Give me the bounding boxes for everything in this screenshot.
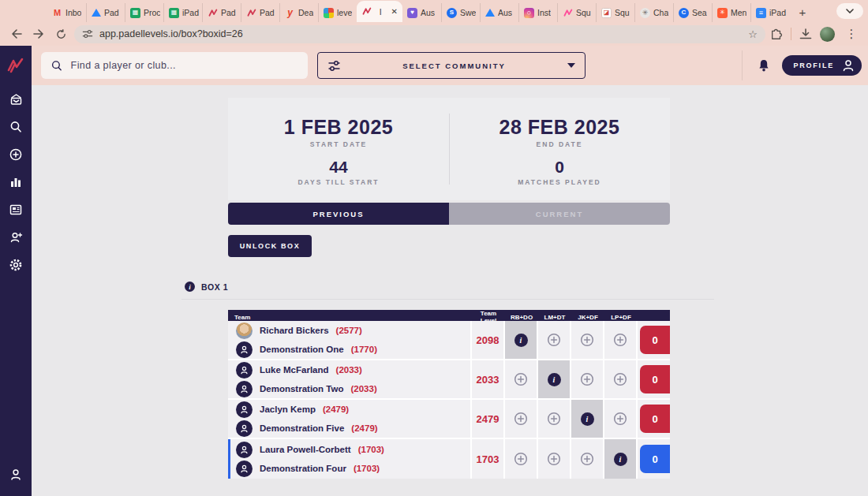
matrix-cell-add-match[interactable] [604, 360, 638, 398]
browser-tab[interactable]: Pad [86, 3, 125, 22]
browser-tab[interactable]: Pad [241, 3, 279, 22]
sidebar-item-invite[interactable] [0, 223, 32, 251]
sidebar-item-search[interactable] [0, 113, 32, 140]
main-content: 1 FEB 2025 START DATE 44 DAYS TILL START… [32, 85, 868, 496]
select-community-dropdown[interactable]: SELECT COMMUNITY [317, 52, 586, 79]
table-row: Luke McFarland(2033)Demonstration Two(20… [228, 360, 670, 400]
bell-icon[interactable] [757, 58, 771, 73]
col-header-lpdf: LP+DF [604, 314, 638, 321]
docs-icon: ≡ [756, 8, 766, 18]
sidebar-item-home[interactable] [0, 85, 32, 113]
close-icon[interactable]: ✕ [390, 7, 399, 16]
player-name[interactable]: Demonstration Two [260, 384, 343, 393]
matrix-cell-add-match[interactable] [571, 439, 604, 479]
matrix-cell-add-match[interactable] [538, 321, 571, 359]
matrix-cell-add-match[interactable] [604, 321, 638, 359]
score-button[interactable]: 0 [640, 326, 670, 354]
profile-button[interactable]: PROFILE [782, 55, 862, 76]
score-button[interactable]: 0 [640, 365, 670, 393]
start-date-block: 1 FEB 2025 START DATE 44 DAYS TILL START [228, 98, 449, 200]
score-button[interactable]: 0 [640, 405, 670, 433]
team-level-value: 1703 [472, 439, 505, 479]
player-name[interactable]: Laura Powell-Corbett [260, 445, 351, 454]
tab-search-chevron[interactable] [836, 3, 863, 19]
player-name[interactable]: Demonstration Five [260, 423, 344, 433]
matrix-cell-add-match[interactable] [571, 360, 604, 398]
tab-previous[interactable]: PREVIOUS [228, 203, 449, 225]
browser-tab[interactable]: yDea [279, 3, 318, 22]
matrix-cell-self[interactable]: i [571, 400, 604, 438]
browser-tab[interactable]: ▦Proc [125, 3, 163, 22]
sidebar-item-stats[interactable] [0, 168, 32, 196]
unlock-box-button[interactable]: UNLOCK BOX [228, 235, 312, 257]
sidebar-item-profile[interactable] [0, 461, 32, 488]
info-icon[interactable]: i [514, 334, 528, 347]
browser-tab[interactable]: ▦iPad [163, 3, 202, 22]
player-name[interactable]: Luke McFarland [260, 365, 329, 375]
browser-tab[interactable]: SSwe [441, 3, 480, 22]
sidebar-item-matches[interactable] [0, 196, 32, 223]
padellevels-icon [208, 8, 218, 18]
matrix-cell-self[interactable]: i [505, 321, 538, 359]
matrix-cell-add-match[interactable] [604, 400, 638, 438]
info-icon[interactable]: i [185, 282, 195, 292]
player-name[interactable]: Richard Bickers [260, 326, 329, 335]
matrix-cell-self[interactable]: i [604, 439, 638, 479]
matrix-cell-add-match[interactable] [505, 360, 538, 398]
url-omnibox[interactable]: app.padellevels.io/box?boxid=26 ☆ [74, 25, 765, 43]
browser-tab[interactable]: leve [318, 3, 357, 22]
browser-tab[interactable]: ○Inst [518, 3, 557, 22]
matches-played-label: MATCHES PLAYED [518, 178, 600, 186]
browser-profile-avatar[interactable] [820, 27, 835, 42]
matches-played-value: 0 [555, 158, 564, 177]
player-name[interactable]: Jaclyn Kemp [260, 405, 316, 414]
box-table: Team Team Level RB+DO LM+DT JK+DF LP+DF … [228, 310, 670, 479]
browser-tab[interactable]: MInbo [47, 3, 86, 22]
search-icon [9, 120, 23, 134]
bookmark-star-icon[interactable]: ☆ [748, 28, 758, 40]
back-button[interactable] [8, 25, 25, 43]
box-divider [181, 299, 714, 300]
search-input[interactable] [71, 60, 298, 71]
matrix-cell-add-match[interactable] [538, 439, 571, 479]
score-button[interactable]: 0 [640, 445, 670, 473]
browser-tab[interactable]: ✳Cha [634, 3, 673, 22]
sheets-icon: ▦ [169, 8, 179, 18]
browser-url-bar: app.padellevels.io/box?boxid=26 ☆ ⋮ [0, 22, 868, 46]
team-cell: Jaclyn Kemp(2479)Demonstration Five(2479… [228, 400, 472, 438]
info-icon[interactable]: i [581, 412, 594, 426]
sidebar-item-add[interactable] [0, 140, 32, 168]
matrix-cell-add-match[interactable] [571, 321, 604, 359]
browser-tab[interactable]: ≡iPad [750, 3, 789, 22]
browser-tab[interactable]: CSea [673, 3, 712, 22]
player-search[interactable] [41, 52, 308, 79]
browser-tab[interactable]: I✕ [357, 1, 402, 22]
squareapp-icon: ◪ [601, 8, 612, 18]
forward-button[interactable] [30, 25, 47, 43]
browser-tab[interactable]: ♥Aus [402, 3, 441, 22]
browser-tab[interactable]: ◪Squ [596, 3, 634, 22]
info-icon[interactable]: i [548, 373, 561, 386]
tab-label: iPad [769, 8, 786, 17]
tab-label: Aus [421, 8, 435, 17]
browser-tab[interactable]: Squ [557, 3, 596, 22]
browser-menu-kebab[interactable]: ⋮ [843, 25, 860, 43]
player-name[interactable]: Demonstration Four [260, 464, 346, 473]
player-name[interactable]: Demonstration One [260, 345, 344, 354]
reload-button[interactable] [52, 25, 69, 43]
sidebar-item-settings[interactable] [0, 251, 32, 278]
info-icon[interactable]: i [614, 453, 627, 466]
browser-tab[interactable]: Aus [480, 3, 518, 22]
tab-current[interactable]: CURRENT [449, 203, 670, 225]
new-tab-button[interactable]: + [794, 3, 811, 21]
browser-tab[interactable]: Pad [202, 3, 241, 22]
matrix-cell-add-match[interactable] [538, 400, 571, 438]
browser-tab[interactable]: ✳Men [712, 3, 750, 22]
matrix-cell-add-match[interactable] [505, 439, 538, 479]
matrix-cell-add-match[interactable] [505, 400, 538, 438]
matrix-cell-self[interactable]: i [538, 360, 571, 398]
extensions-icon[interactable] [770, 28, 783, 40]
player-line: Richard Bickers(2577) [236, 323, 362, 339]
download-icon[interactable] [799, 28, 812, 40]
app-logo[interactable] [0, 46, 32, 85]
